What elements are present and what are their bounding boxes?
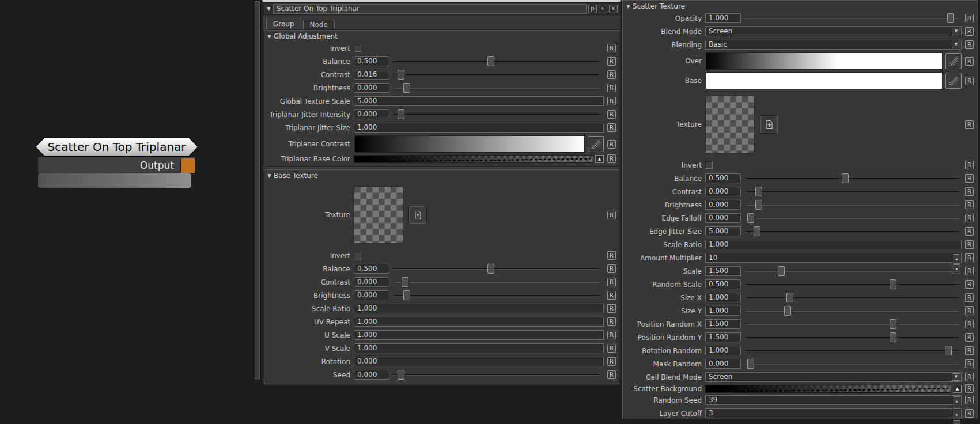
mask-random-value-input[interactable]: 0.000: [705, 359, 741, 369]
mask-random-slider[interactable]: [745, 359, 958, 369]
edge-falloff-value-input[interactable]: 0.000: [705, 213, 741, 223]
slider-handle[interactable]: [945, 346, 952, 355]
contrast-slider[interactable]: [745, 187, 958, 196]
contrast-value-input[interactable]: 0.000: [354, 277, 389, 287]
collapse-arrow-icon[interactable]: ▼: [267, 33, 271, 39]
reset-button[interactable]: R: [607, 357, 616, 366]
triplanar-contrast-gradient-bar[interactable]: [354, 135, 585, 153]
contrast-value-input[interactable]: 0.016: [354, 70, 389, 80]
reset-button[interactable]: R: [965, 77, 974, 85]
reset-button[interactable]: R: [607, 344, 616, 353]
reset-button[interactable]: R: [965, 396, 974, 404]
reset-button[interactable]: R: [607, 331, 616, 339]
position-random-y-value-input[interactable]: 1.500: [705, 332, 741, 342]
random-seed-spinner-input[interactable]: 39▲▼: [705, 395, 962, 405]
slider-handle[interactable]: [747, 213, 754, 223]
reset-button[interactable]: R: [607, 211, 616, 219]
opacity-slider[interactable]: [745, 13, 958, 23]
reset-button[interactable]: R: [965, 384, 974, 393]
chevron-down-icon[interactable]: ▼: [952, 28, 960, 35]
texture-preview[interactable]: [354, 186, 403, 244]
triplanar-jitter-intensity-value-input[interactable]: 0.000: [354, 109, 389, 119]
brightness-value-input[interactable]: 0.000: [705, 200, 741, 210]
section-header-base-texture[interactable]: ▼Base Texture: [266, 170, 617, 181]
spinner-up-button[interactable]: ▲: [953, 396, 960, 406]
reset-button[interactable]: R: [965, 27, 974, 36]
slider-handle[interactable]: [778, 266, 785, 276]
rotation-value-input[interactable]: 0.000: [354, 357, 604, 366]
reset-button[interactable]: R: [607, 317, 616, 326]
over-gradient-bar[interactable]: [706, 52, 943, 70]
brightness-value-input[interactable]: 0.000: [354, 83, 389, 93]
curve-editor-button[interactable]: [588, 136, 604, 152]
reset-button[interactable]: R: [607, 70, 616, 79]
slider-handle[interactable]: [890, 279, 896, 289]
reset-button[interactable]: R: [965, 359, 974, 368]
size-x-slider[interactable]: [745, 293, 958, 302]
section-header-global-adjustment[interactable]: ▼Global Adjustment: [266, 31, 617, 41]
panel-button-p[interactable]: p: [588, 5, 597, 13]
invert-checkbox[interactable]: [705, 161, 713, 169]
triplanar-jitter-size-value-input[interactable]: 1.000: [354, 123, 604, 132]
reset-button[interactable]: R: [965, 293, 974, 302]
slider-handle[interactable]: [784, 306, 791, 316]
import-texture-button[interactable]: [760, 115, 778, 134]
position-random-y-slider[interactable]: [745, 332, 958, 342]
balance-slider[interactable]: [393, 264, 600, 274]
slider-handle[interactable]: [398, 370, 404, 380]
slider-handle[interactable]: [842, 173, 849, 183]
reset-button[interactable]: R: [607, 110, 616, 119]
chevron-down-icon[interactable]: ▼: [952, 41, 960, 48]
collapse-arrow-icon[interactable]: ▼: [267, 6, 271, 12]
u-scale-value-input[interactable]: 1.000: [354, 330, 604, 340]
edge-falloff-slider[interactable]: [745, 213, 958, 223]
slider-handle[interactable]: [487, 264, 494, 274]
slider-handle[interactable]: [398, 109, 404, 119]
brightness-slider[interactable]: [393, 290, 600, 300]
contrast-value-input[interactable]: 0.000: [705, 187, 741, 196]
reset-button[interactable]: R: [965, 346, 974, 355]
reset-button[interactable]: R: [607, 84, 616, 92]
scatter-background-gradient-bar[interactable]: [705, 385, 951, 393]
color-ramp-button[interactable]: ▲: [953, 385, 962, 393]
edge-jitter-size-value-input[interactable]: 5.000: [705, 226, 741, 236]
size-y-value-input[interactable]: 1.000: [705, 306, 741, 316]
reset-button[interactable]: R: [965, 373, 974, 381]
graph-node-scatter-on-top-triplanar[interactable]: Scatter On Top Triplanar Output: [35, 137, 199, 188]
reset-button[interactable]: R: [965, 174, 974, 183]
reset-button[interactable]: R: [965, 240, 974, 249]
balance-value-input[interactable]: 0.500: [354, 56, 389, 66]
reset-button[interactable]: R: [607, 370, 616, 379]
random-scale-value-input[interactable]: 0.500: [705, 279, 741, 289]
slider-handle[interactable]: [403, 290, 410, 300]
curve-editor-button[interactable]: [945, 73, 962, 89]
slider-handle[interactable]: [747, 359, 754, 369]
scatter-texture-header[interactable]: ▼ Scatter Texture: [625, 1, 975, 12]
brightness-slider[interactable]: [393, 83, 600, 93]
slider-handle[interactable]: [754, 226, 760, 236]
triplanar-jitter-intensity-slider[interactable]: [393, 109, 600, 119]
tab-node[interactable]: Node: [303, 20, 335, 29]
curve-editor-button[interactable]: [945, 53, 962, 69]
panel-button-x[interactable]: x: [609, 5, 618, 13]
position-random-x-slider[interactable]: [745, 319, 958, 329]
color-ramp-button[interactable]: ▲: [595, 155, 604, 163]
reset-button[interactable]: R: [965, 40, 974, 49]
reset-button[interactable]: R: [965, 409, 974, 418]
reset-button[interactable]: R: [965, 280, 974, 289]
balance-value-input[interactable]: 0.500: [705, 173, 741, 183]
contrast-slider[interactable]: [393, 70, 600, 80]
collapse-arrow-icon[interactable]: ▼: [626, 3, 630, 9]
scale-ratio-value-input[interactable]: 1.000: [354, 304, 604, 313]
slider-handle[interactable]: [890, 319, 896, 329]
node-header[interactable]: Scatter On Top Triplanar: [35, 137, 199, 157]
v-scale-value-input[interactable]: 1.000: [354, 343, 604, 353]
reset-button[interactable]: R: [965, 57, 974, 66]
slider-handle[interactable]: [402, 277, 408, 287]
size-y-slider[interactable]: [745, 306, 958, 316]
opacity-value-input[interactable]: 1.000: [705, 13, 741, 23]
slider-handle[interactable]: [403, 83, 410, 93]
reset-button[interactable]: R: [607, 44, 616, 52]
blend-mode-dropdown[interactable]: Screen▼: [705, 26, 962, 36]
seed-slider[interactable]: [393, 370, 600, 380]
